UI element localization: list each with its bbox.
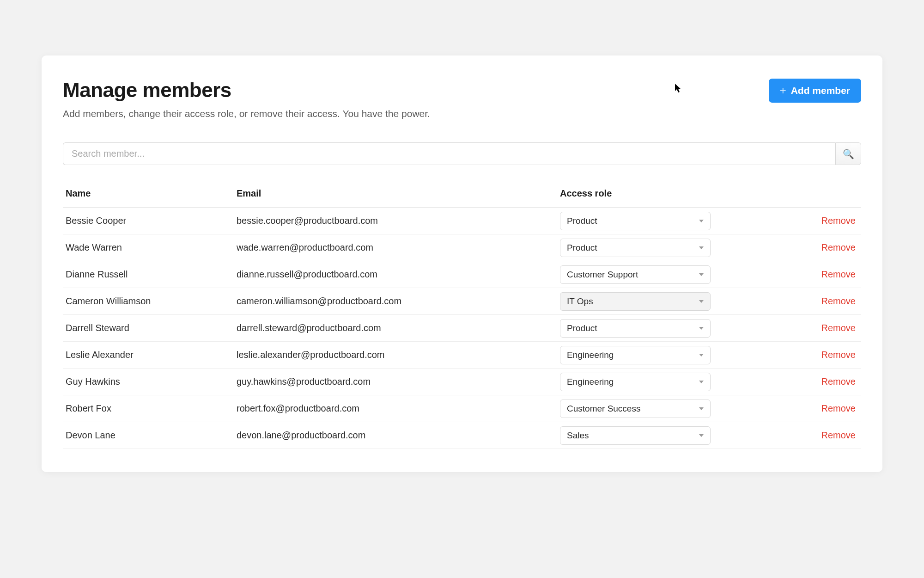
- caret-down-icon: [699, 434, 704, 437]
- table-body: Bessie Cooperbessie.cooper@productboard.…: [63, 208, 861, 449]
- member-name: Leslie Alexander: [66, 350, 237, 360]
- table-row: Guy Hawkinsguy.hawkins@productboard.comE…: [63, 369, 861, 395]
- add-member-button[interactable]: + Add member: [769, 79, 861, 103]
- caret-down-icon: [699, 300, 704, 303]
- remove-link[interactable]: Remove: [712, 323, 858, 333]
- members-card: Manage members Add members, change their…: [42, 55, 882, 472]
- table-row: Cameron Williamsoncameron.williamson@pro…: [63, 288, 861, 315]
- search-bar: 🔍: [63, 142, 861, 165]
- add-member-label: Add member: [791, 85, 850, 96]
- remove-link[interactable]: Remove: [712, 430, 858, 441]
- role-select[interactable]: IT Ops: [560, 292, 711, 311]
- table-row: Wade Warrenwade.warren@productboard.comP…: [63, 234, 861, 261]
- member-name: Guy Hawkins: [66, 376, 237, 387]
- role-select[interactable]: Sales: [560, 426, 711, 445]
- page-title: Manage members: [63, 79, 430, 102]
- member-name: Devon Lane: [66, 430, 237, 441]
- role-select-value: Engineering: [567, 377, 614, 387]
- member-name: Wade Warren: [66, 242, 237, 253]
- search-button[interactable]: 🔍: [835, 142, 861, 165]
- member-email: robert.fox@productboard.com: [237, 403, 560, 414]
- remove-link[interactable]: Remove: [712, 242, 858, 253]
- member-email: cameron.williamson@productboard.com: [237, 296, 560, 307]
- role-select-value: Product: [567, 243, 597, 253]
- member-email: darrell.steward@productboard.com: [237, 323, 560, 333]
- table-row: Devon Lanedevon.lane@productboard.comSal…: [63, 422, 861, 449]
- member-email: leslie.alexander@productboard.com: [237, 350, 560, 360]
- table-row: Bessie Cooperbessie.cooper@productboard.…: [63, 208, 861, 234]
- role-select-value: Sales: [567, 430, 589, 441]
- role-select[interactable]: Customer Success: [560, 400, 711, 418]
- caret-down-icon: [699, 381, 704, 383]
- plus-icon: +: [780, 85, 786, 96]
- role-select[interactable]: Customer Support: [560, 265, 711, 284]
- role-select-value: Engineering: [567, 350, 614, 360]
- member-email: guy.hawkins@productboard.com: [237, 376, 560, 387]
- caret-down-icon: [699, 273, 704, 276]
- member-email: devon.lane@productboard.com: [237, 430, 560, 441]
- member-name: Bessie Cooper: [66, 215, 237, 226]
- remove-link[interactable]: Remove: [712, 376, 858, 387]
- table-header: Name Email Access role: [63, 188, 861, 208]
- member-name: Cameron Williamson: [66, 296, 237, 307]
- remove-link[interactable]: Remove: [712, 269, 858, 280]
- role-select-value: Product: [567, 323, 597, 333]
- remove-link[interactable]: Remove: [712, 215, 858, 226]
- members-table: Name Email Access role Bessie Cooperbess…: [63, 188, 861, 449]
- table-row: Leslie Alexanderleslie.alexander@product…: [63, 342, 861, 369]
- title-block: Manage members Add members, change their…: [63, 79, 430, 119]
- search-input[interactable]: [63, 142, 835, 165]
- search-icon: 🔍: [843, 148, 854, 160]
- role-select-value: Customer Support: [567, 270, 638, 280]
- table-row: Darrell Stewarddarrell.steward@productbo…: [63, 315, 861, 342]
- member-email: wade.warren@productboard.com: [237, 242, 560, 253]
- table-row: Robert Foxrobert.fox@productboard.comCus…: [63, 395, 861, 422]
- role-select-value: Product: [567, 216, 597, 226]
- role-select[interactable]: Product: [560, 239, 711, 257]
- role-select[interactable]: Engineering: [560, 346, 711, 364]
- page-subtitle: Add members, change their access role, o…: [63, 108, 430, 119]
- col-email: Email: [237, 188, 560, 199]
- caret-down-icon: [699, 246, 704, 249]
- caret-down-icon: [699, 407, 704, 410]
- remove-link[interactable]: Remove: [712, 350, 858, 360]
- member-name: Dianne Russell: [66, 269, 237, 280]
- header-row: Manage members Add members, change their…: [63, 79, 861, 119]
- col-name: Name: [66, 188, 237, 199]
- caret-down-icon: [699, 354, 704, 357]
- col-role: Access role: [560, 188, 712, 199]
- table-row: Dianne Russelldianne.russell@productboar…: [63, 261, 861, 288]
- caret-down-icon: [699, 220, 704, 222]
- role-select-value: IT Ops: [567, 296, 593, 307]
- remove-link[interactable]: Remove: [712, 296, 858, 307]
- member-email: dianne.russell@productboard.com: [237, 269, 560, 280]
- member-name: Darrell Steward: [66, 323, 237, 333]
- caret-down-icon: [699, 327, 704, 330]
- member-email: bessie.cooper@productboard.com: [237, 215, 560, 226]
- role-select[interactable]: Product: [560, 212, 711, 230]
- role-select[interactable]: Engineering: [560, 373, 711, 391]
- member-name: Robert Fox: [66, 403, 237, 414]
- role-select[interactable]: Product: [560, 319, 711, 338]
- remove-link[interactable]: Remove: [712, 403, 858, 414]
- role-select-value: Customer Success: [567, 404, 640, 414]
